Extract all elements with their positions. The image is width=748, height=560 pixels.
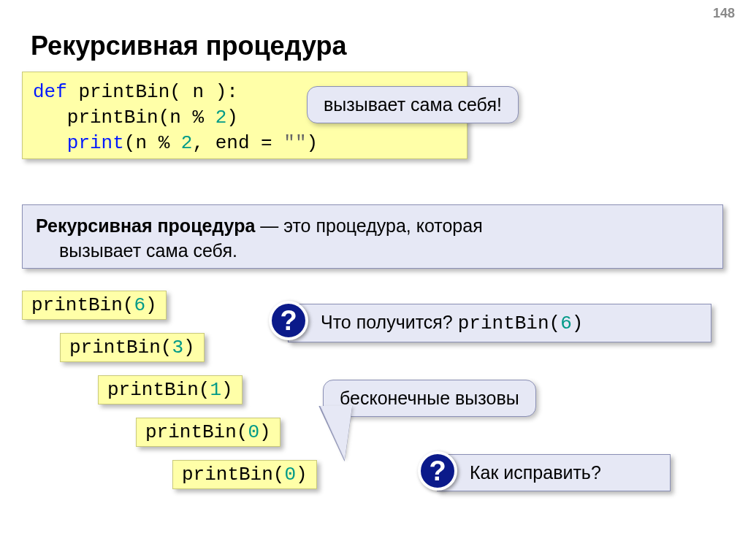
definition-box: Рекурсивная процедура — это процедура, к… [22, 204, 723, 269]
call-fn: printBin( [182, 464, 284, 486]
page-number: 148 [713, 6, 735, 21]
call-fn: printBin( [31, 294, 134, 316]
call-arg: 3 [172, 337, 183, 358]
question-1-code-arg: 6 [560, 312, 572, 334]
slide-title: Рекурсивная процедура [31, 31, 346, 61]
code-l3-op: % [159, 132, 170, 154]
callout-infinite: бесконечные вызовы [323, 380, 536, 417]
call-arg: 1 [210, 379, 221, 401]
kw-def: def [33, 81, 67, 103]
call-close: ) [296, 464, 308, 486]
call-fn: printBin( [145, 421, 248, 443]
call-fn: printBin( [107, 379, 210, 401]
code-l3b: (n [124, 132, 159, 154]
call-close: ) [145, 294, 157, 316]
code-l3-num: 2 [169, 132, 192, 154]
call-box-2: printBin(3) [60, 333, 205, 362]
callout-self-call: вызывает сама себя! [307, 86, 519, 123]
call-box-4: printBin(0) [136, 418, 280, 447]
question-1-text: Что получится? [321, 312, 458, 332]
code-l2-num: 2 [204, 107, 226, 129]
question-mark-icon: ? [418, 451, 457, 491]
question-2-text: Как исправить? [470, 462, 601, 483]
call-arg: 6 [134, 294, 145, 316]
fn-signature: printBin( n ): [67, 81, 238, 103]
code-l3-str: "" [283, 132, 306, 154]
question-box-2: Как исправить? [437, 454, 671, 491]
code-l3c: , end = [192, 132, 283, 154]
question-1-code-fn: printBin( [458, 312, 560, 334]
call-fn: printBin( [69, 337, 172, 358]
code-l3-end: ) [307, 132, 318, 154]
definition-term: Рекурсивная процедура [36, 215, 255, 236]
question-mark-icon: ? [269, 301, 308, 340]
definition-line1: Рекурсивная процедура — это процедура, к… [36, 214, 709, 239]
definition-line2: вызывает сама себя. [59, 239, 709, 264]
code-l3a: print [33, 132, 124, 154]
question-box-1: Что получится? printBin(6) [288, 304, 711, 342]
call-arg: 0 [284, 464, 296, 486]
code-l2-end: ) [226, 107, 238, 129]
code-l2a: printBin(n [33, 107, 192, 129]
call-box-3: printBin(1) [98, 375, 243, 404]
call-close: ) [221, 379, 233, 401]
definition-text1: — это процедура, которая [255, 215, 482, 236]
question-1-code-close: ) [572, 312, 584, 334]
call-box-5: printBin(0) [172, 460, 317, 489]
call-close: ) [183, 337, 195, 358]
call-box-1: printBin(6) [22, 291, 167, 320]
call-close: ) [259, 421, 271, 443]
call-arg: 0 [248, 421, 259, 443]
code-l2-op: % [192, 107, 204, 129]
